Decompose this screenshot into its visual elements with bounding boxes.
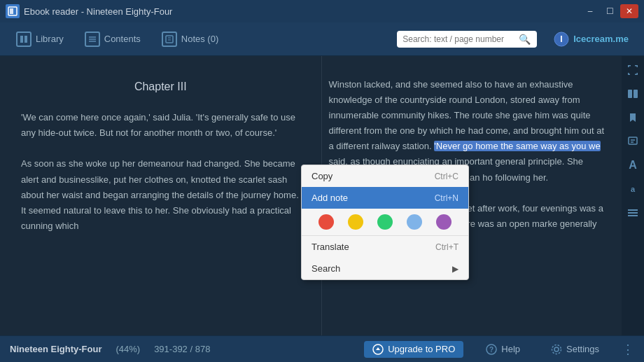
color-red[interactable]	[318, 214, 334, 230]
svg-rect-16	[628, 212, 638, 214]
translate-shortcut: Ctrl+T	[435, 242, 458, 252]
context-menu: Copy Ctrl+C Add note Ctrl+N Translate Ct…	[301, 165, 469, 280]
contents-label: Contents	[104, 34, 141, 44]
upgrade-button[interactable]: Upgrade to PRO	[364, 341, 463, 358]
svg-rect-13	[634, 90, 638, 98]
page-numbers: 391-392 / 878	[154, 344, 210, 354]
icecream-label: Icecream.me	[573, 34, 629, 44]
main-area: Chapter III 'We can come here once again…	[0, 56, 644, 335]
fullscreen-icon[interactable]	[624, 62, 641, 78]
resize-handle[interactable]: ⋮	[622, 342, 634, 357]
notes-sidebar-icon[interactable]	[624, 133, 641, 150]
color-green[interactable]	[377, 214, 393, 230]
copy-shortcut: Ctrl+C	[435, 172, 458, 181]
svg-rect-7	[166, 36, 173, 43]
color-yellow[interactable]	[348, 214, 363, 230]
icecream-button[interactable]: I Icecream.me	[545, 27, 637, 51]
settings-icon	[551, 344, 562, 355]
svg-rect-15	[628, 209, 638, 211]
search-bar[interactable]: 🔍	[397, 31, 537, 48]
color-purple[interactable]	[436, 214, 451, 230]
notes-label: Notes (0)	[181, 34, 218, 44]
add-note-label: Add note	[312, 193, 348, 203]
font-small-icon[interactable]: a	[624, 181, 641, 197]
maximize-button[interactable]: ☐	[601, 4, 619, 18]
settings-label: Settings	[566, 344, 599, 354]
help-icon: ?	[486, 344, 497, 355]
library-button[interactable]: Library	[7, 27, 73, 52]
color-blue[interactable]	[407, 214, 422, 230]
view-icon[interactable]	[624, 85, 641, 102]
layout-icon[interactable]	[624, 204, 641, 221]
icecream-logo-icon: I	[554, 32, 569, 47]
left-page-text: 'We can come here once again,' said Juli…	[21, 110, 300, 234]
reading-sidebar: A a	[622, 56, 644, 335]
notes-button[interactable]: Notes (0)	[153, 27, 227, 52]
svg-rect-1	[10, 8, 13, 14]
svg-text:I: I	[561, 34, 563, 44]
settings-button[interactable]: Settings	[542, 341, 608, 358]
contents-button[interactable]: Contents	[76, 27, 150, 52]
copy-label: Copy	[312, 171, 332, 181]
notes-icon	[162, 32, 177, 47]
window-controls: – ☐ ✕	[581, 4, 638, 18]
translate-label: Translate	[312, 242, 349, 252]
svg-point-21	[554, 347, 559, 351]
window-title: Ebook reader - Nineteen Eighty-Four	[24, 6, 172, 17]
title-bar: Ebook reader - Nineteen Eighty-Four – ☐ …	[0, 0, 644, 22]
book-percent: (44%)	[115, 344, 140, 354]
copy-menu-item[interactable]: Copy Ctrl+C	[302, 165, 468, 187]
svg-rect-14	[629, 137, 637, 144]
status-bar: Nineteen Eighty-Four (44%) 391-392 / 878…	[0, 335, 644, 362]
contents-icon	[85, 32, 100, 47]
search-label: Search	[312, 263, 340, 274]
search-submenu-arrow: ▶	[452, 264, 458, 274]
svg-rect-12	[628, 90, 632, 98]
search-menu-item[interactable]: Search ▶	[302, 258, 468, 279]
add-note-shortcut: Ctrl+N	[435, 193, 458, 203]
upgrade-label: Upgrade to PRO	[388, 344, 455, 354]
translate-menu-item[interactable]: Translate Ctrl+T	[302, 236, 468, 258]
help-button[interactable]: ? Help	[477, 341, 528, 358]
svg-text:?: ?	[489, 346, 493, 354]
svg-rect-17	[628, 215, 638, 216]
page-left: Chapter III 'We can come here once again…	[0, 56, 321, 335]
app-icon	[6, 4, 20, 18]
help-label: Help	[501, 344, 520, 354]
font-large-icon[interactable]: A	[624, 157, 641, 174]
svg-rect-3	[24, 36, 27, 43]
library-icon	[16, 32, 31, 47]
library-label: Library	[36, 34, 64, 44]
minimize-button[interactable]: –	[581, 4, 599, 18]
bookmark-icon[interactable]	[624, 109, 641, 126]
book-title: Nineteen Eighty-Four	[10, 344, 102, 354]
highlighted-text[interactable]: 'Never go home the same way as you we	[434, 141, 600, 151]
search-icon: 🔍	[519, 34, 531, 45]
chapter-title: Chapter III	[21, 77, 300, 96]
toolbar: Library Contents Notes (0) 🔍 I	[0, 22, 644, 56]
color-picker-row	[302, 209, 468, 235]
add-note-menu-item[interactable]: Add note Ctrl+N	[302, 187, 468, 209]
upgrade-icon	[372, 344, 384, 355]
svg-point-22	[552, 344, 561, 354]
search-input[interactable]	[402, 34, 514, 44]
svg-rect-2	[20, 36, 23, 43]
close-button[interactable]: ✕	[620, 4, 638, 18]
